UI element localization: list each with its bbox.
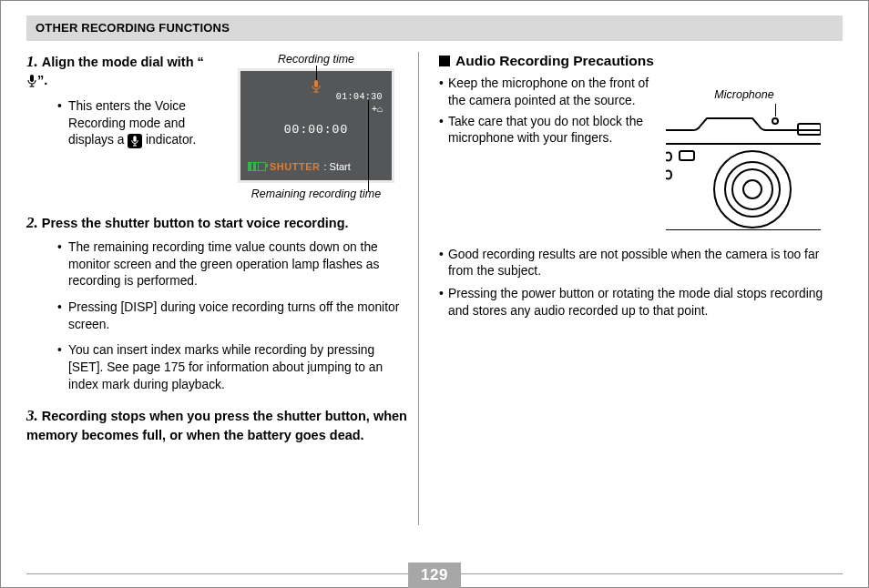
list-item: The remaining recording time value count…	[57, 239, 409, 290]
battery-icon	[248, 162, 266, 171]
step-3: 3.Recording stops when you press the shu…	[26, 406, 409, 445]
caption-recording-time: Recording time	[225, 52, 407, 67]
list-item: Pressing [DISP] during voice recording t…	[57, 299, 409, 333]
step-2: 2.Press the shutter button to start voic…	[26, 213, 409, 393]
list-item: Keep the microphone on the front of the …	[439, 76, 653, 109]
microphone-icon	[128, 134, 142, 148]
precautions-text: Keep the microphone on the front of the …	[439, 76, 653, 151]
lcd-screen: 01:04:30 +⌂ 00:00:00 SHUTTER : Start	[238, 68, 394, 183]
svg-point-14	[732, 169, 772, 209]
step-num: 3.	[26, 407, 38, 424]
step-1-bullets: This enters the Voice Recording mode and…	[26, 98, 214, 149]
caption-microphone: Microphone	[666, 87, 823, 103]
step-1-row: 1.Align the mode dial with “”. This ente…	[26, 52, 409, 205]
precautions-bottom: Good recording results are not possible …	[439, 247, 843, 320]
right-top-row: Keep the microphone on the front of the …	[439, 76, 843, 229]
step-num: 1.	[26, 53, 38, 70]
list-item: You can insert index marks while recordi…	[57, 342, 409, 393]
precautions-top-list: Keep the microphone on the front of the …	[439, 76, 653, 147]
square-bullet-icon	[439, 56, 450, 66]
screen-footer: SHUTTER : Start	[240, 160, 392, 174]
step-2-heading: 2.Press the shutter button to start voic…	[26, 213, 409, 234]
step-1-heading: 1.Align the mode dial with “”.	[26, 52, 214, 94]
subsection-heading: Audio Recording Precautions	[439, 52, 843, 71]
leader-line	[775, 104, 776, 117]
page-footer: 129	[26, 573, 843, 574]
list-item: Good recording results are not possible …	[439, 247, 843, 280]
list-item: Take care that you do not block the micr…	[439, 114, 653, 147]
right-column: Audio Recording Precautions Keep the mic…	[419, 52, 843, 527]
svg-rect-6	[314, 80, 318, 87]
figure-screen: Recording time 01:04:30 +⌂ 00:00:00 SHUT…	[225, 52, 407, 205]
svg-rect-16	[680, 151, 694, 160]
step-2-bullets: The remaining recording time value count…	[26, 239, 409, 393]
camera-diagram	[666, 117, 821, 230]
manual-page: OTHER RECORDING FUNCTIONS 1.Align the mo…	[0, 0, 869, 588]
svg-rect-0	[30, 75, 34, 82]
elapsed-time: 00:00:00	[240, 122, 392, 138]
two-column-layout: 1.Align the mode dial with “”. This ente…	[26, 52, 843, 527]
shutter-label: SHUTTER	[270, 160, 320, 174]
list-item: This enters the Voice Recording mode and…	[57, 98, 214, 149]
list-item: Pressing the power button or rotating th…	[439, 286, 843, 319]
step-num: 2.	[26, 214, 38, 231]
svg-point-15	[743, 180, 762, 198]
step-1-text: 1.Align the mode dial with “”. This ente…	[26, 52, 214, 162]
section-header: OTHER RECORDING FUNCTIONS	[26, 15, 843, 41]
left-column: 1.Align the mode dial with “”. This ente…	[26, 52, 418, 527]
svg-point-9	[772, 118, 778, 124]
microphone-icon	[26, 75, 37, 93]
caption-remaining-time: Remaining recording time	[225, 187, 407, 202]
remaining-time: 01:04:30	[336, 91, 383, 104]
step-3-heading: 3.Recording stops when you press the shu…	[26, 406, 409, 445]
figure-camera: Microphone	[666, 76, 823, 229]
microphone-icon	[311, 80, 322, 98]
page-number: 129	[408, 563, 461, 588]
memory-card-icon: +⌂	[372, 104, 383, 117]
precautions-bottom-list: Good recording results are not possible …	[439, 247, 843, 320]
svg-rect-3	[134, 136, 137, 142]
start-label: : Start	[323, 160, 350, 174]
